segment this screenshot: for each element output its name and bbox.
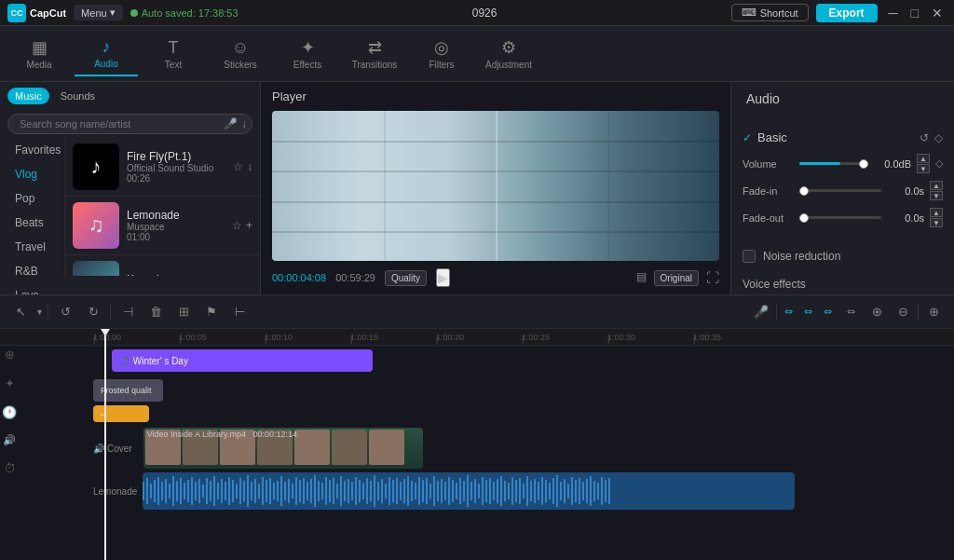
fadein-slider[interactable] (799, 189, 881, 192)
search-input[interactable] (7, 114, 252, 134)
volume-down[interactable]: ▼ (917, 164, 930, 173)
link-button[interactable]: ⇔ (781, 301, 797, 323)
svg-rect-45 (307, 482, 308, 500)
playhead[interactable] (104, 329, 106, 560)
sounds-tab[interactable]: Sounds (53, 88, 102, 104)
export-button[interactable]: Export (816, 4, 878, 22)
fadeout-down[interactable]: ▼ (930, 218, 943, 227)
settings-button[interactable]: ⊕ (922, 301, 945, 323)
fadein-up[interactable]: ▲ (930, 181, 943, 190)
tab-transitions[interactable]: ⇄ Transitions (343, 32, 406, 75)
clock-icon[interactable]: 🕐 (2, 405, 17, 419)
svg-rect-92 (482, 477, 484, 505)
volume-up[interactable]: ▲ (917, 154, 930, 163)
list-item[interactable]: ♪ Fire Fly(Pt.1) Official Sound Studio 0… (65, 138, 260, 197)
cat-pop[interactable]: Pop (0, 186, 64, 211)
fadeout-up[interactable]: ▲ (930, 208, 943, 217)
crop-button[interactable]: ⊞ (172, 301, 195, 323)
split-button[interactable]: ⊣ (116, 301, 139, 323)
svg-rect-61 (366, 478, 368, 504)
tab-effects[interactable]: ✦ Effects (276, 32, 339, 75)
maximize-button[interactable]: □ (907, 6, 922, 20)
tab-filters[interactable]: ◎ Filters (410, 32, 473, 75)
song-title: Fire Fly(Pt.1) (127, 150, 225, 163)
star-side-icon[interactable]: ✦ (5, 376, 15, 390)
download-song-icon[interactable]: ↓ (247, 160, 252, 173)
tab-media[interactable]: ▦ Media (7, 32, 71, 75)
info-icon[interactable]: ◇ (934, 131, 943, 144)
zoom-in[interactable]: ⊕ (865, 301, 888, 323)
cat-love[interactable]: Love (0, 283, 64, 294)
volume-slider[interactable] (799, 162, 868, 165)
layers-icon[interactable]: ⊕ (5, 348, 15, 362)
magnet-button[interactable]: ⇔ (800, 301, 816, 323)
svg-rect-118 (579, 478, 580, 504)
tab-audio[interactable]: ♪ Audio (75, 32, 138, 76)
timer-icon[interactable]: ⏱ (4, 461, 16, 475)
clip-video[interactable]: Video Inside A Library.mp4 00:00:12:14 (143, 428, 423, 469)
ruler-tick: 1:00:30 (607, 333, 693, 342)
cat-vlog[interactable]: Vlog (0, 162, 64, 186)
fadein-value: 0.0s (887, 185, 924, 197)
star-icon[interactable]: ☆ (232, 219, 242, 232)
svg-rect-28 (243, 481, 245, 501)
svg-rect-46 (310, 479, 312, 503)
svg-rect-40 (288, 479, 290, 503)
menu-button[interactable]: Menu ▾ (74, 5, 123, 20)
redo-button[interactable]: ↻ (82, 301, 104, 323)
section-actions: ↺ ◇ (920, 131, 943, 144)
cat-rnb[interactable]: R&B (0, 259, 64, 283)
music-tab[interactable]: Music (7, 88, 49, 104)
fullscreen-icon[interactable]: ⛶ (706, 270, 719, 286)
fadein-down[interactable]: ▼ (930, 191, 943, 200)
speaker-icon[interactable]: 🔊 (3, 434, 16, 446)
svg-rect-116 (571, 477, 573, 505)
music-tabs: Music Sounds (0, 82, 260, 110)
play-button[interactable]: ▶ (436, 268, 450, 287)
flag-button[interactable]: ⚑ (200, 301, 223, 323)
ruler-tick: 1:00:05 (179, 333, 265, 342)
mic-button[interactable]: 🎤 (750, 301, 772, 323)
fadeout-slider[interactable] (799, 216, 881, 219)
svg-rect-17 (202, 485, 204, 498)
svg-rect-103 (523, 484, 525, 499)
undo-button[interactable]: ↺ (54, 301, 76, 323)
volume-reset-icon[interactable]: ◇ (935, 157, 943, 170)
project-id: 0926 (472, 7, 497, 20)
original-button[interactable]: Original (654, 270, 699, 286)
delete-button[interactable]: 🗑 (144, 301, 167, 323)
svg-rect-84 (452, 480, 454, 502)
fadeout-label: Fade-out (743, 212, 794, 224)
reset-icon[interactable]: ↺ (920, 131, 929, 144)
add-song-icon[interactable]: + (246, 219, 252, 232)
group-button[interactable]: ⇔ (839, 301, 862, 323)
svg-rect-33 (262, 477, 264, 505)
trim-button[interactable]: ⊢ (228, 301, 251, 323)
cat-travel[interactable]: Travel (0, 235, 64, 259)
tab-text[interactable]: T Text (142, 33, 205, 75)
clip-winters-day[interactable]: 🎵 Winter' s Day (112, 349, 373, 372)
titlebar: CC CapCut Menu ▾ Auto saved: 17:38:53 09… (0, 0, 954, 26)
music-library-panel: Music Sounds 🎤 ↓ Favorites Vlog Pop Beat… (0, 82, 261, 294)
tab-adjustment[interactable]: ⚙ Adjustment (477, 32, 540, 75)
minimize-button[interactable]: ─ (885, 6, 902, 20)
clip-orange[interactable]: ← (93, 405, 149, 422)
zoom-out[interactable]: ⊖ (892, 301, 914, 323)
waveform-icon[interactable]: ▤ (636, 270, 647, 286)
quality-button[interactable]: Quality (385, 270, 427, 286)
svg-rect-90 (474, 479, 476, 503)
svg-rect-73 (411, 481, 413, 501)
svg-rect-52 (333, 478, 334, 504)
lock-button[interactable]: ⇔ (820, 301, 836, 323)
tab-stickers[interactable]: ☺ Stickers (209, 33, 272, 75)
clip-audio-lemonade[interactable] (143, 472, 795, 510)
cursor-tool[interactable]: ↖ (9, 301, 32, 323)
star-icon[interactable]: ☆ (233, 160, 243, 173)
noise-checkbox[interactable] (743, 250, 756, 263)
cat-favorites[interactable]: Favorites (0, 138, 64, 162)
list-item[interactable]: ♫ Lemonade Muspace 01:00 ☆ + (65, 197, 260, 255)
shortcut-button[interactable]: ⌨ Shortcut (731, 4, 809, 21)
cat-beats[interactable]: Beats (0, 211, 64, 235)
list-item[interactable]: ♩ Kanari Official Sound ☆ + (65, 255, 260, 276)
close-button[interactable]: ✕ (928, 6, 947, 20)
